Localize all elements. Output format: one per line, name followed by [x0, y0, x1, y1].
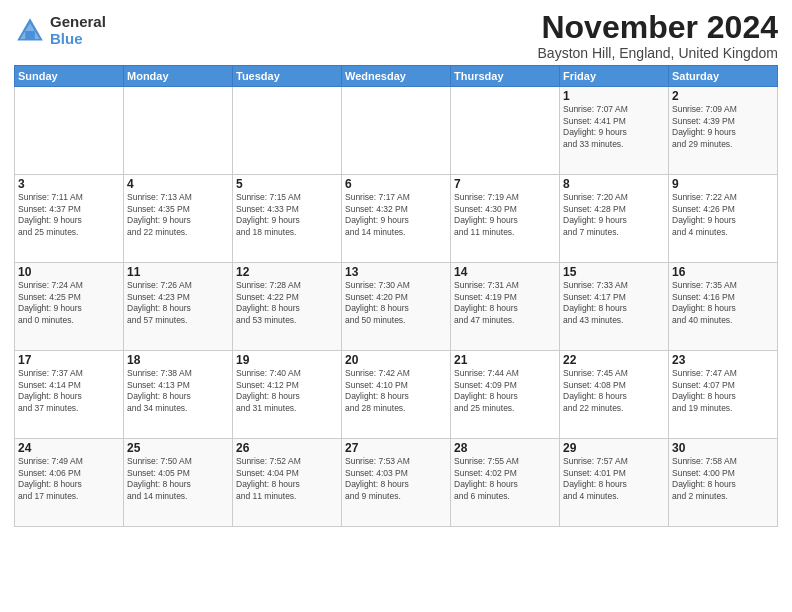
calendar-cell: 8Sunrise: 7:20 AM Sunset: 4:28 PM Daylig… — [560, 175, 669, 263]
calendar-cell: 19Sunrise: 7:40 AM Sunset: 4:12 PM Dayli… — [233, 351, 342, 439]
calendar-cell: 10Sunrise: 7:24 AM Sunset: 4:25 PM Dayli… — [15, 263, 124, 351]
day-number: 27 — [345, 441, 447, 455]
day-info: Sunrise: 7:28 AM Sunset: 4:22 PM Dayligh… — [236, 280, 338, 326]
day-number: 10 — [18, 265, 120, 279]
day-number: 16 — [672, 265, 774, 279]
calendar-cell: 12Sunrise: 7:28 AM Sunset: 4:22 PM Dayli… — [233, 263, 342, 351]
day-info: Sunrise: 7:22 AM Sunset: 4:26 PM Dayligh… — [672, 192, 774, 238]
calendar-cell: 9Sunrise: 7:22 AM Sunset: 4:26 PM Daylig… — [669, 175, 778, 263]
day-info: Sunrise: 7:45 AM Sunset: 4:08 PM Dayligh… — [563, 368, 665, 414]
calendar-cell: 24Sunrise: 7:49 AM Sunset: 4:06 PM Dayli… — [15, 439, 124, 527]
page: General Blue November 2024 Bayston Hill,… — [0, 0, 792, 612]
day-info: Sunrise: 7:47 AM Sunset: 4:07 PM Dayligh… — [672, 368, 774, 414]
calendar-week-3: 10Sunrise: 7:24 AM Sunset: 4:25 PM Dayli… — [15, 263, 778, 351]
col-sunday: Sunday — [15, 66, 124, 87]
logo-text: General Blue — [50, 14, 106, 47]
day-number: 24 — [18, 441, 120, 455]
day-info: Sunrise: 7:19 AM Sunset: 4:30 PM Dayligh… — [454, 192, 556, 238]
day-info: Sunrise: 7:44 AM Sunset: 4:09 PM Dayligh… — [454, 368, 556, 414]
day-info: Sunrise: 7:33 AM Sunset: 4:17 PM Dayligh… — [563, 280, 665, 326]
calendar-cell: 17Sunrise: 7:37 AM Sunset: 4:14 PM Dayli… — [15, 351, 124, 439]
calendar-cell: 21Sunrise: 7:44 AM Sunset: 4:09 PM Dayli… — [451, 351, 560, 439]
day-number: 19 — [236, 353, 338, 367]
day-number: 21 — [454, 353, 556, 367]
day-number: 8 — [563, 177, 665, 191]
logo-general-text: General — [50, 14, 106, 31]
day-info: Sunrise: 7:57 AM Sunset: 4:01 PM Dayligh… — [563, 456, 665, 502]
calendar-cell: 7Sunrise: 7:19 AM Sunset: 4:30 PM Daylig… — [451, 175, 560, 263]
day-info: Sunrise: 7:30 AM Sunset: 4:20 PM Dayligh… — [345, 280, 447, 326]
calendar-week-2: 3Sunrise: 7:11 AM Sunset: 4:37 PM Daylig… — [15, 175, 778, 263]
calendar-cell: 30Sunrise: 7:58 AM Sunset: 4:00 PM Dayli… — [669, 439, 778, 527]
day-info: Sunrise: 7:50 AM Sunset: 4:05 PM Dayligh… — [127, 456, 229, 502]
day-info: Sunrise: 7:31 AM Sunset: 4:19 PM Dayligh… — [454, 280, 556, 326]
col-thursday: Thursday — [451, 66, 560, 87]
day-info: Sunrise: 7:37 AM Sunset: 4:14 PM Dayligh… — [18, 368, 120, 414]
calendar-week-1: 1Sunrise: 7:07 AM Sunset: 4:41 PM Daylig… — [15, 87, 778, 175]
col-tuesday: Tuesday — [233, 66, 342, 87]
day-number: 4 — [127, 177, 229, 191]
calendar-cell — [451, 87, 560, 175]
day-number: 14 — [454, 265, 556, 279]
logo: General Blue — [14, 14, 106, 47]
day-number: 7 — [454, 177, 556, 191]
day-number: 6 — [345, 177, 447, 191]
calendar-cell: 26Sunrise: 7:52 AM Sunset: 4:04 PM Dayli… — [233, 439, 342, 527]
day-number: 29 — [563, 441, 665, 455]
day-number: 22 — [563, 353, 665, 367]
day-info: Sunrise: 7:58 AM Sunset: 4:00 PM Dayligh… — [672, 456, 774, 502]
calendar-cell: 4Sunrise: 7:13 AM Sunset: 4:35 PM Daylig… — [124, 175, 233, 263]
calendar-cell — [15, 87, 124, 175]
day-number: 9 — [672, 177, 774, 191]
calendar-cell: 1Sunrise: 7:07 AM Sunset: 4:41 PM Daylig… — [560, 87, 669, 175]
calendar-cell: 27Sunrise: 7:53 AM Sunset: 4:03 PM Dayli… — [342, 439, 451, 527]
day-info: Sunrise: 7:07 AM Sunset: 4:41 PM Dayligh… — [563, 104, 665, 150]
day-info: Sunrise: 7:15 AM Sunset: 4:33 PM Dayligh… — [236, 192, 338, 238]
calendar-cell: 13Sunrise: 7:30 AM Sunset: 4:20 PM Dayli… — [342, 263, 451, 351]
day-number: 2 — [672, 89, 774, 103]
day-info: Sunrise: 7:20 AM Sunset: 4:28 PM Dayligh… — [563, 192, 665, 238]
day-info: Sunrise: 7:26 AM Sunset: 4:23 PM Dayligh… — [127, 280, 229, 326]
day-number: 26 — [236, 441, 338, 455]
svg-rect-2 — [25, 31, 35, 39]
day-number: 28 — [454, 441, 556, 455]
day-info: Sunrise: 7:35 AM Sunset: 4:16 PM Dayligh… — [672, 280, 774, 326]
day-info: Sunrise: 7:09 AM Sunset: 4:39 PM Dayligh… — [672, 104, 774, 150]
day-number: 17 — [18, 353, 120, 367]
calendar-cell: 18Sunrise: 7:38 AM Sunset: 4:13 PM Dayli… — [124, 351, 233, 439]
calendar-cell — [233, 87, 342, 175]
col-wednesday: Wednesday — [342, 66, 451, 87]
day-info: Sunrise: 7:11 AM Sunset: 4:37 PM Dayligh… — [18, 192, 120, 238]
day-info: Sunrise: 7:24 AM Sunset: 4:25 PM Dayligh… — [18, 280, 120, 326]
calendar-cell — [342, 87, 451, 175]
col-friday: Friday — [560, 66, 669, 87]
location-text: Bayston Hill, England, United Kingdom — [538, 45, 778, 61]
day-info: Sunrise: 7:42 AM Sunset: 4:10 PM Dayligh… — [345, 368, 447, 414]
header-row: Sunday Monday Tuesday Wednesday Thursday… — [15, 66, 778, 87]
day-number: 18 — [127, 353, 229, 367]
day-number: 11 — [127, 265, 229, 279]
day-number: 1 — [563, 89, 665, 103]
logo-blue-text: Blue — [50, 31, 106, 48]
day-info: Sunrise: 7:40 AM Sunset: 4:12 PM Dayligh… — [236, 368, 338, 414]
logo-icon — [14, 15, 46, 47]
calendar-cell: 2Sunrise: 7:09 AM Sunset: 4:39 PM Daylig… — [669, 87, 778, 175]
day-info: Sunrise: 7:49 AM Sunset: 4:06 PM Dayligh… — [18, 456, 120, 502]
calendar-table: Sunday Monday Tuesday Wednesday Thursday… — [14, 65, 778, 527]
calendar-header: Sunday Monday Tuesday Wednesday Thursday… — [15, 66, 778, 87]
day-number: 23 — [672, 353, 774, 367]
day-info: Sunrise: 7:17 AM Sunset: 4:32 PM Dayligh… — [345, 192, 447, 238]
title-block: November 2024 Bayston Hill, England, Uni… — [538, 10, 778, 61]
day-number: 25 — [127, 441, 229, 455]
day-number: 13 — [345, 265, 447, 279]
calendar-cell: 23Sunrise: 7:47 AM Sunset: 4:07 PM Dayli… — [669, 351, 778, 439]
calendar-body: 1Sunrise: 7:07 AM Sunset: 4:41 PM Daylig… — [15, 87, 778, 527]
day-number: 3 — [18, 177, 120, 191]
day-info: Sunrise: 7:53 AM Sunset: 4:03 PM Dayligh… — [345, 456, 447, 502]
day-info: Sunrise: 7:38 AM Sunset: 4:13 PM Dayligh… — [127, 368, 229, 414]
calendar-cell: 29Sunrise: 7:57 AM Sunset: 4:01 PM Dayli… — [560, 439, 669, 527]
calendar-cell: 3Sunrise: 7:11 AM Sunset: 4:37 PM Daylig… — [15, 175, 124, 263]
day-number: 5 — [236, 177, 338, 191]
day-number: 12 — [236, 265, 338, 279]
day-info: Sunrise: 7:52 AM Sunset: 4:04 PM Dayligh… — [236, 456, 338, 502]
